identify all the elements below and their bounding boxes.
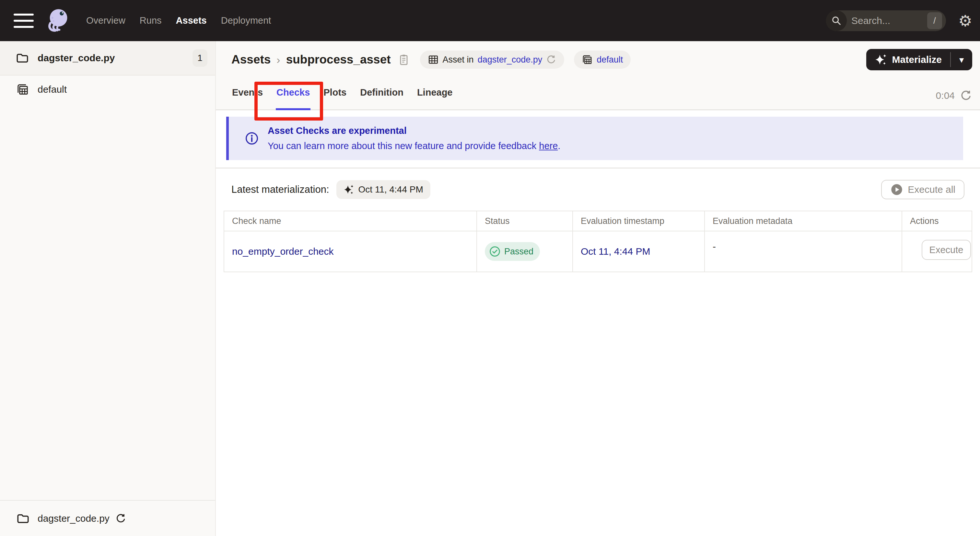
execute-all-label: Execute all	[908, 184, 955, 195]
materialize-label: Materialize	[892, 54, 942, 65]
asset-group-link[interactable]: default	[597, 55, 623, 65]
feedback-link[interactable]: here	[539, 141, 558, 151]
table-header-row: Check name Status Evaluation timestamp E…	[224, 211, 972, 231]
banner-body-text: You can learn more about this new featur…	[268, 141, 539, 151]
nav-item-deployment[interactable]: Deployment	[221, 15, 271, 26]
info-icon	[244, 131, 259, 146]
search-box[interactable]: /	[826, 10, 946, 31]
refresh-timer: 0:04	[936, 90, 955, 101]
sidebar-item-label: default	[38, 84, 67, 95]
asset-groups-sidebar: dagster_code.py 1 default	[0, 41, 216, 536]
page-title-asset-name: subprocess_asset	[286, 53, 391, 67]
dagster-logo-icon[interactable]	[43, 7, 71, 35]
top-nav: Overview Runs Assets Deployment / ⚙	[0, 0, 980, 41]
search-shortcut-badge: /	[927, 12, 942, 29]
check-name-link[interactable]: no_empty_order_check	[232, 246, 334, 257]
materialize-split-button: Materialize ▾	[866, 49, 972, 70]
banner-body-suffix: .	[558, 141, 560, 151]
nav-item-overview[interactable]: Overview	[86, 15, 126, 26]
refresh-icon[interactable]	[960, 89, 972, 102]
asset-page-header: Assets › subprocess_asset	[216, 41, 980, 110]
settings-gear-icon[interactable]: ⚙	[958, 13, 972, 29]
folder-icon	[16, 51, 29, 65]
evaluation-timestamp-link[interactable]: Oct 11, 4:44 PM	[581, 246, 651, 257]
asset-location-pill[interactable]: Asset in dagster_code.py	[420, 51, 565, 69]
folder-icon	[16, 512, 30, 525]
latest-materialization-pill[interactable]: Oct 11, 4:44 PM	[336, 180, 430, 199]
menu-hamburger-icon[interactable]	[14, 14, 34, 28]
materialize-dropdown-caret[interactable]: ▾	[951, 49, 972, 70]
asset-tabs: Events Checks Plots Definition Lineage 0…	[216, 79, 980, 110]
materialize-button[interactable]: Materialize	[866, 49, 950, 70]
latest-materialization-value: Oct 11, 4:44 PM	[358, 184, 423, 195]
execute-all-button[interactable]: Execute all	[881, 180, 964, 199]
asset-group-pill[interactable]: default	[574, 51, 631, 69]
sidebar-item-dagster-code[interactable]: dagster_code.py 1	[0, 41, 215, 75]
asset-location-prefix: Asset in	[443, 55, 474, 65]
primary-nav: Overview Runs Assets Deployment	[86, 15, 271, 26]
column-header-evaluation-timestamp: Evaluation timestamp	[573, 211, 705, 231]
breadcrumb-assets[interactable]: Assets	[231, 53, 270, 67]
banner-body: You can learn more about this new featur…	[268, 141, 560, 151]
tab-lineage[interactable]: Lineage	[417, 79, 453, 110]
evaluation-metadata-value: -	[705, 231, 902, 272]
refresh-icon[interactable]	[546, 54, 557, 65]
sidebar-item-label: dagster_code.py	[38, 52, 115, 64]
column-header-actions: Actions	[902, 211, 972, 231]
tab-definition[interactable]: Definition	[360, 79, 404, 110]
status-label: Passed	[504, 247, 533, 257]
experimental-banner: Asset Checks are experimental You can le…	[226, 117, 963, 160]
status-badge: Passed	[485, 242, 540, 261]
code-location-footer[interactable]: dagster_code.py	[0, 500, 215, 536]
sidebar-item-default-group[interactable]: default	[0, 75, 215, 103]
sparkle-icon	[344, 184, 355, 195]
tab-events[interactable]: Events	[231, 79, 264, 110]
copy-clipboard-icon[interactable]	[397, 53, 410, 66]
asset-location-link[interactable]: dagster_code.py	[478, 55, 542, 65]
table-grid-icon	[428, 54, 439, 65]
asset-detail-main: Assets › subprocess_asset	[216, 41, 980, 536]
search-icon	[826, 10, 847, 31]
check-circle-icon	[489, 245, 501, 258]
column-header-check-name: Check name	[224, 211, 477, 231]
asset-count-badge: 1	[192, 49, 207, 67]
table-row: no_empty_order_check Passed Oc	[224, 231, 972, 272]
latest-materialization-label: Latest materialization:	[231, 184, 329, 196]
sparkle-icon	[875, 53, 888, 66]
checks-toolbar: Latest materialization: Oct 11, 4:44 PM	[216, 169, 980, 211]
tab-checks[interactable]: Checks	[276, 79, 310, 110]
asset-group-icon	[582, 54, 593, 65]
column-header-status: Status	[477, 211, 573, 231]
checks-table: Check name Status Evaluation timestamp E…	[224, 211, 972, 272]
code-location-label: dagster_code.py	[38, 513, 110, 524]
banner-title: Asset Checks are experimental	[268, 126, 560, 136]
tab-plots[interactable]: Plots	[323, 79, 347, 110]
nav-item-assets[interactable]: Assets	[176, 15, 207, 26]
reload-location-icon[interactable]	[115, 513, 126, 524]
breadcrumb-chevron-icon: ›	[277, 54, 280, 66]
execute-check-button[interactable]: Execute	[922, 240, 971, 260]
asset-group-icon	[16, 83, 29, 96]
search-input[interactable]	[847, 15, 927, 26]
nav-item-runs[interactable]: Runs	[140, 15, 162, 26]
play-circle-icon	[890, 183, 903, 196]
column-header-evaluation-metadata: Evaluation metadata	[705, 211, 902, 231]
